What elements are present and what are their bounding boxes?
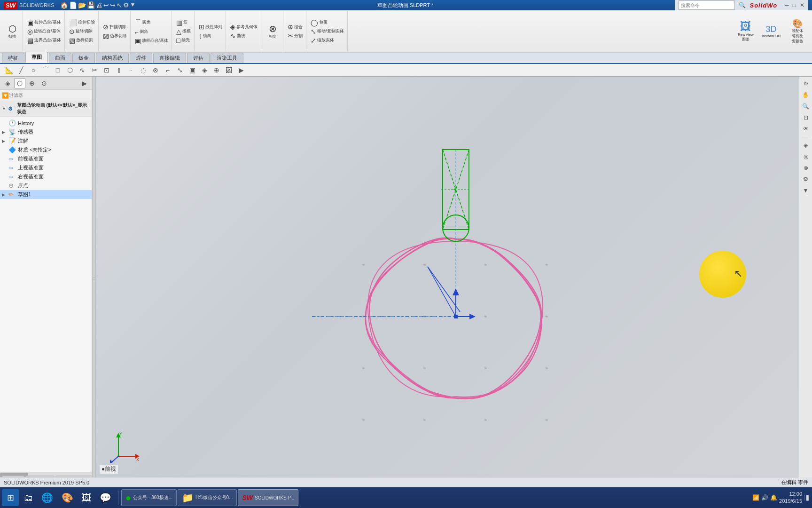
taskbar-browser[interactable]: 🌐: [38, 489, 57, 506]
tray-network[interactable]: 📶: [752, 494, 759, 501]
tab-sheetmetal[interactable]: 钣金: [72, 53, 95, 63]
filter-input[interactable]: [9, 93, 90, 98]
panel-resize-handle[interactable]: ⋮: [92, 77, 96, 477]
zoom-fit-btn[interactable]: ⊡: [801, 112, 811, 123]
move-body-btn[interactable]: ⤡ 移动/复制实体: [309, 27, 345, 36]
polygon-btn[interactable]: ⬡: [65, 65, 75, 75]
appearance-btn[interactable]: 🎨 装配体随机改变颜色: [785, 18, 810, 45]
property-tab-btn[interactable]: ⬡: [14, 78, 25, 88]
start-button[interactable]: ⊞: [2, 489, 19, 506]
window-maximize-btn[interactable]: □: [793, 2, 796, 8]
point-btn[interactable]: ·: [126, 65, 136, 75]
standard-views-btn[interactable]: 👁: [801, 124, 811, 134]
more-btn[interactable]: ▶: [236, 65, 246, 75]
taskbar-media[interactable]: 🖼: [78, 489, 95, 506]
tree-root[interactable]: ▼ ⚙ 草图凸轮动画 (默认<<默认>_显示状态: [0, 101, 92, 117]
view-setting-btn[interactable]: ⚙: [801, 174, 811, 184]
instant3d-btn[interactable]: 3D InstantD3D: [759, 24, 783, 39]
draft-btn[interactable]: △ 拔模: [175, 27, 192, 36]
window-minimize-btn[interactable]: ─: [785, 2, 789, 8]
trim-btn[interactable]: ✂: [89, 65, 100, 75]
linear-pattern-btn[interactable]: ⊞ 线性阵列: [197, 23, 224, 31]
new-icon[interactable]: 📄: [69, 1, 77, 9]
tree-item-top-plane[interactable]: ▭ 上视基准面: [0, 163, 92, 172]
tab-sketch[interactable]: 草图: [25, 52, 48, 63]
tab-render[interactable]: 渲染工具: [211, 53, 243, 63]
repair-sketch-btn[interactable]: ⊕: [211, 65, 222, 75]
move-entities-btn[interactable]: ⤡: [175, 65, 185, 75]
taskbar-folder[interactable]: 📁 H:\\微信公众号0...: [178, 489, 237, 506]
tree-item-right-plane[interactable]: ▭ 右视基准面: [0, 172, 92, 181]
boundary-cut-btn[interactable]: ▨ 边界切除: [102, 32, 128, 40]
print-icon[interactable]: 🖨: [96, 1, 102, 9]
show-desktop-btn[interactable]: ▋: [804, 495, 810, 500]
taskbar-photoshop[interactable]: 🎨: [58, 489, 77, 506]
undo-icon[interactable]: ↩: [103, 1, 109, 9]
smart-dim-btn[interactable]: 📐: [4, 65, 14, 75]
tab-direct-edit[interactable]: 直接编辑: [153, 53, 186, 63]
scan-btn[interactable]: ⬡ 扫描: [4, 23, 21, 40]
tree-item-origin[interactable]: ⊕ 原点: [0, 181, 92, 190]
sketch-picture-btn[interactable]: 🖼: [224, 65, 234, 75]
taskbar-solidworks[interactable]: SW SOLIDWORKS P...: [238, 489, 298, 506]
section-view-btn[interactable]: ⊗: [801, 163, 811, 173]
arc-btn[interactable]: ⌒: [40, 65, 51, 75]
hide-show-btn[interactable]: ◎: [801, 151, 811, 162]
circle-btn[interactable]: ○: [28, 65, 39, 75]
sketch-fillet-btn[interactable]: ⌐: [163, 65, 173, 75]
combine-btn[interactable]: ⊕ 组合: [286, 23, 304, 31]
redo-icon[interactable]: ↪: [110, 1, 116, 9]
tab-evaluate[interactable]: 评估: [187, 53, 210, 63]
tray-volume[interactable]: 🔊: [761, 494, 768, 501]
offset-btn[interactable]: ⊡: [102, 65, 112, 75]
rib-btn[interactable]: ▥ 筋: [175, 18, 192, 27]
scan-cut-btn[interactable]: ⊘ 扫描切除: [102, 23, 128, 31]
chamfer-btn[interactable]: ⌐ 倒角: [133, 28, 170, 36]
3d-sketch-btn[interactable]: ◈: [199, 65, 210, 75]
config-tab-btn[interactable]: ⊕: [26, 78, 38, 88]
tree-item-sketch1[interactable]: ▶ ✏ 草图1: [0, 190, 92, 199]
relation-btn[interactable]: ⊗: [150, 65, 161, 75]
tree-item-history[interactable]: 🕐 History: [0, 119, 92, 127]
mirror-btn[interactable]: ⫿ 镜向: [197, 32, 224, 40]
revolve-cut-btn[interactable]: ⊙ 旋转切除: [68, 27, 96, 36]
taskbar-weixin[interactable]: ● 公众号 - 360极速...: [121, 489, 177, 506]
zoom-btn[interactable]: 🔍: [801, 101, 811, 111]
expand-panel-btn[interactable]: ▶: [78, 78, 90, 88]
loft-btn[interactable]: ▣ 放样凸台/基体: [133, 37, 170, 45]
viewport[interactable]: ↻ ✋ 🔍 ⊡ 👁 ◈ ◎ ⊗ ⚙ ▼: [96, 77, 812, 477]
shell-btn[interactable]: □ 抽壳: [175, 36, 192, 45]
display-style-btn[interactable]: ◈: [801, 140, 811, 151]
tree-item-sensors[interactable]: ▶ 📡 传感器: [0, 127, 92, 136]
taskbar-explorer[interactable]: 🗂: [20, 489, 37, 506]
window-close-btn[interactable]: ✕: [800, 2, 804, 8]
taskbar-comm[interactable]: 💬: [96, 489, 115, 506]
tree-item-front-plane[interactable]: ▭ 前视基准面: [0, 154, 92, 163]
rotate-btn[interactable]: ↻: [801, 79, 811, 89]
pan-btn[interactable]: ✋: [801, 90, 811, 100]
extrude-cut-btn[interactable]: ⬜ 拉伸切除: [68, 18, 96, 27]
feature-tab-btn[interactable]: ◈: [2, 78, 13, 88]
tab-surface[interactable]: 曲面: [49, 53, 71, 63]
tree-item-annotations[interactable]: ▶ 📝 注解: [0, 136, 92, 145]
more-view-btn[interactable]: ▼: [801, 185, 811, 196]
tab-weldment[interactable]: 焊件: [130, 53, 152, 63]
line-btn[interactable]: ╱: [16, 65, 26, 75]
boundary-boss-btn[interactable]: ▤ 边界凸台/基体: [26, 36, 62, 45]
extrude-boss-btn[interactable]: ▣ 拉伸凸台/基体: [26, 18, 62, 27]
display-delete-btn[interactable]: ▣: [187, 65, 197, 75]
tab-structure[interactable]: 结构系统: [96, 53, 129, 63]
curves-btn[interactable]: ∿ 曲线: [229, 32, 259, 40]
ref-geometry-btn[interactable]: ◈ 参考几何体: [229, 23, 259, 31]
spline-btn[interactable]: ∿: [77, 65, 87, 75]
revolve-boss-btn[interactable]: ◎ 旋转凸台/基体: [26, 27, 62, 36]
display-tab-btn[interactable]: ⊙: [39, 78, 50, 88]
tray-battery[interactable]: 🔔: [770, 494, 777, 501]
split-btn[interactable]: ✂ 分割: [286, 32, 304, 40]
clock[interactable]: 12:00 2019/6/15: [779, 491, 802, 505]
save-icon[interactable]: 💾: [87, 1, 95, 9]
loft-cut-btn[interactable]: ▧ 放样切割: [68, 36, 96, 45]
intersect-btn[interactable]: ⊗ 相交: [264, 23, 281, 40]
tree-item-material[interactable]: 🔷 材质 <未指定>: [0, 145, 92, 154]
rect-btn[interactable]: □: [53, 65, 63, 75]
